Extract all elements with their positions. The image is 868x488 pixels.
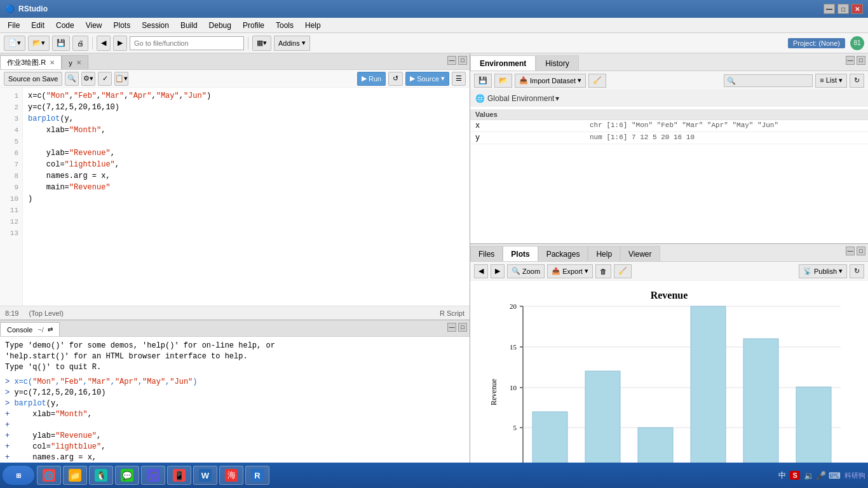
publish-btn[interactable]: 📡 Publish ▾ [799,264,847,278]
wechat-icon: 💬 [121,469,133,482]
taskbar-kugou[interactable]: 🎵 [141,466,165,485]
plots-refresh-btn[interactable]: ↻ [850,264,864,278]
console-maximize-btn[interactable]: □ [458,323,467,332]
menu-help[interactable]: Help [300,20,326,31]
app-icon: 🔵 [5,4,15,13]
code-content[interactable]: x=c("Mon","Feb","Mar","Apr","May","Jun")… [23,88,470,306]
import-dataset-btn[interactable]: 📥 Import Dataset ▾ [515,74,586,88]
plots-tab-packages[interactable]: Packages [538,246,588,261]
taskbar-chrome[interactable]: 🌐 [37,466,61,485]
menu-session[interactable]: Session [137,20,174,31]
user-avatar: 81 [850,36,864,50]
env-row-x[interactable]: x chr [1:6] "Mon" "Feb" "Mar" "Apr" "May… [470,120,868,132]
delete-plot-btn[interactable]: 🗑 [595,264,611,278]
code-editor[interactable]: 12345 678910 111213 x=c("Mon","Feb","Mar… [0,88,470,306]
forward-button[interactable]: ▶ [113,36,127,51]
env-refresh-btn[interactable]: ↻ [850,74,864,88]
clear-env-btn[interactable]: 🧹 [588,74,606,88]
minimize-button[interactable]: — [824,4,835,14]
taskbar-explorer[interactable]: 📁 [63,466,87,485]
menu-edit[interactable]: Edit [26,20,50,31]
plots-tab-help[interactable]: Help [588,246,620,261]
taskbar-r[interactable]: R [245,466,269,485]
save-env-btn[interactable]: 💾 [474,74,492,88]
plots-minimize-btn[interactable]: — [846,247,855,255]
close-button[interactable]: ✕ [851,4,863,14]
console-cmd-4: + xlab="Month", [5,409,465,420]
new-file-button[interactable]: 📄▾ [4,36,25,51]
load-env-btn[interactable]: 📂 [494,74,512,88]
editor-minimize-btn[interactable]: — [447,56,456,65]
taskbar-fetion[interactable]: 📱 [167,466,191,485]
console-nav-icon[interactable]: ⇄ [48,326,53,333]
console-tab[interactable]: Console ~/ ⇄ [0,322,60,336]
source-on-save-btn[interactable]: Source on Save [4,72,62,86]
plots-tab-viewer[interactable]: Viewer [620,246,660,261]
env-scope-arrow[interactable]: ▾ [555,94,559,103]
print-button[interactable]: 🖨 [72,36,88,51]
layout-button[interactable]: ▦▾ [252,36,271,51]
save-button[interactable]: 💾 [52,36,70,51]
format-btn[interactable]: ⚙▾ [81,72,95,86]
plots-tab-plots[interactable]: Plots [503,246,538,261]
env-tab-environment[interactable]: Environment [470,55,536,71]
editor-tab-y-close[interactable]: ✕ [76,59,81,66]
menu-code[interactable]: Code [51,20,79,31]
plots-tabs: Files Plots Packages Help Viewer — □ [470,244,868,262]
plots-tab-files[interactable]: Files [470,246,503,261]
menu-tools[interactable]: Tools [271,20,299,31]
env-minimize-btn[interactable]: — [846,56,855,65]
editor-maximize-btn[interactable]: □ [458,56,467,65]
toolbar-sep1 [92,37,93,50]
console-cmd-6: + ylab="Revenue", [5,431,465,442]
back-button[interactable]: ◀ [97,36,111,51]
goto-input[interactable] [130,36,244,50]
menu-profile[interactable]: Profile [238,20,269,31]
ytick-15-label: 15 [510,343,517,351]
env-maximize-btn[interactable]: □ [857,56,865,65]
console-cmd-1: > x=c("Mon","Feb","Mar","Apr","May","Jun… [5,377,465,388]
code-line-7: col="lightblue", [28,159,465,170]
plots-fwd-btn[interactable]: ▶ [491,264,505,278]
env-var-y-value: num [1:6] 7 12 5 20 16 10 [590,133,695,142]
menu-plots[interactable]: Plots [109,20,136,31]
console-cmd-8: + names.arg = x, [5,452,465,463]
taskbar-haidao[interactable]: 海 [219,466,243,485]
compile-btn[interactable]: 📋▾ [114,72,128,86]
maximize-button[interactable]: □ [837,4,849,14]
clear-plots-btn[interactable]: 🧹 [614,264,632,278]
addins-button[interactable]: Addins▾ [274,36,310,51]
taskbar-wechat[interactable]: 💬 [115,466,139,485]
run-button[interactable]: ▶ Run [357,72,386,86]
taskbar-qq[interactable]: 🐧 [89,466,113,485]
run-prev-btn[interactable]: ↺ [388,72,403,86]
menu-build[interactable]: Build [175,20,203,31]
env-search-input[interactable] [724,74,813,87]
open-file-button[interactable]: 📂▾ [28,36,50,51]
export-btn[interactable]: 📤 Export ▾ [547,264,593,278]
right-panel: Environment History — □ 💾 📂 📥 Import Dat… [470,53,868,463]
search-icon-btn[interactable]: 🔍 [65,72,79,86]
taskbar-right: 中 S 🔉 🎤 ⌨ 科研狗 [778,470,865,481]
menu-file[interactable]: File [3,20,25,31]
menu-debug[interactable]: Debug [204,20,236,31]
editor-area: 作业3绘图.R ✕ y ✕ — □ Source on Save 🔍 ⚙▾ [0,53,470,320]
zoom-btn[interactable]: 🔍 Zoom [507,264,545,278]
taskbar-word[interactable]: W [193,466,217,485]
editor-tab-y[interactable]: y ✕ [62,55,88,69]
menu-view[interactable]: View [81,20,107,31]
source-button[interactable]: ▶ Source ▾ [405,72,449,86]
env-row-y[interactable]: y num [1:6] 7 12 5 20 16 10 [470,132,868,144]
more-btn[interactable]: ☰ [452,72,466,86]
editor-tab-close[interactable]: ✕ [50,59,55,66]
console-minimize-btn[interactable]: — [447,323,456,332]
env-toolbar: 💾 📂 📥 Import Dataset ▾ 🧹 ≡ List ▾ ↻ [470,71,868,90]
editor-tab-script[interactable]: 作业3绘图.R ✕ [0,55,62,69]
start-button[interactable]: ⊞ [3,466,34,485]
list-view-btn[interactable]: ≡ List ▾ [815,74,847,88]
plots-maximize-btn[interactable]: □ [857,247,865,255]
env-tab-history[interactable]: History [536,55,578,71]
plots-back-btn[interactable]: ◀ [474,264,488,278]
taskbar: ⊞ 🌐 📁 🐧 💬 🎵 📱 W 海 R 中 S 🔉 🎤 ⌨ 科研狗 [0,463,868,488]
lint-btn[interactable]: ✓ [98,72,112,86]
